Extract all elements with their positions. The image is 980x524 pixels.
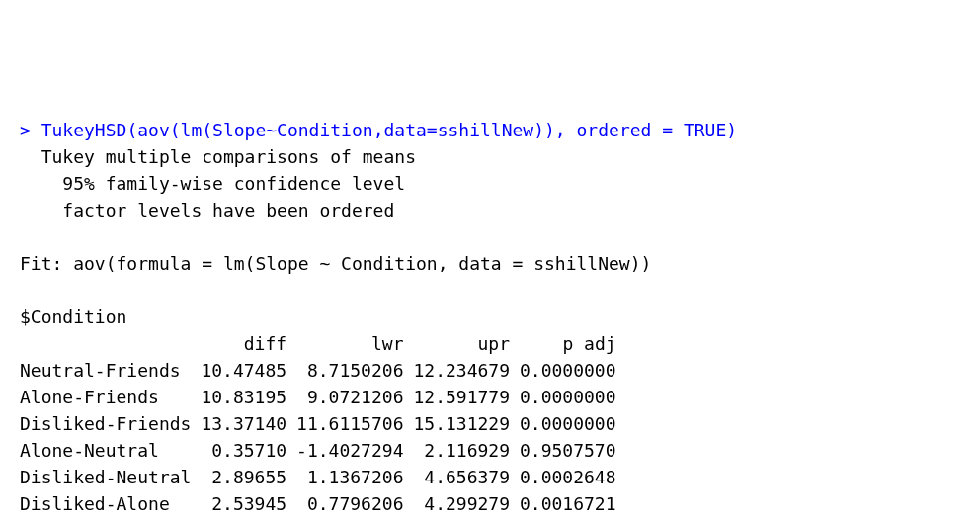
cell-lwr: 1.1367206	[296, 464, 413, 490]
col-header-diff: diff	[201, 330, 296, 357]
table-row: Neutral-Friends 10.47485 8.7150206 12.23…	[20, 357, 626, 384]
cell-upr: 2.116929	[413, 437, 520, 464]
table-header-row: diff lwr upr p adj	[20, 330, 626, 357]
row-label: Neutral-Friends	[20, 357, 201, 384]
table-row: Alone-Friends 10.83195 9.0721206 12.5917…	[20, 384, 626, 410]
cell-padj: 0.0000000	[520, 410, 626, 437]
col-header-blank	[20, 330, 201, 357]
table-row: Disliked-Friends 13.37140 11.6115706 15.…	[20, 410, 626, 437]
cell-diff: 0.35710	[201, 437, 296, 464]
cell-lwr: 0.7796206	[296, 490, 413, 517]
table-row: Disliked-Alone 2.53945 0.7796206 4.29927…	[20, 490, 626, 517]
cell-upr: 15.131229	[413, 410, 520, 437]
r-command: TukeyHSD(aov(lm(Slope~Condition,data=ssh…	[41, 120, 737, 140]
row-label: Disliked-Neutral	[20, 464, 201, 490]
cell-diff: 13.37140	[201, 410, 296, 437]
col-header-upr: upr	[413, 330, 520, 357]
console-line: > TukeyHSD(aov(lm(Slope~Condition,data=s…	[20, 120, 737, 140]
cell-diff: 2.53945	[201, 490, 296, 517]
row-label: Alone-Neutral	[20, 437, 201, 464]
row-label: Disliked-Alone	[20, 490, 201, 517]
row-label: Disliked-Friends	[20, 410, 201, 437]
row-label: Alone-Friends	[20, 384, 201, 410]
cell-lwr: 8.7150206	[296, 357, 413, 384]
cell-padj: 0.0000000	[520, 384, 626, 410]
output-line: Tukey multiple comparisons of means	[20, 146, 416, 167]
cell-lwr: 9.0721206	[296, 384, 413, 410]
col-header-padj: p adj	[520, 330, 626, 357]
table-row: Alone-Neutral 0.35710 -1.4027294 2.11692…	[20, 437, 626, 464]
cell-upr: 4.299279	[413, 490, 520, 517]
tukey-table: diff lwr upr p adj Neutral-Friends 10.47…	[20, 330, 626, 517]
cell-padj: 0.9507570	[520, 437, 626, 464]
cell-lwr: -1.4027294	[296, 437, 413, 464]
prompt-symbol: >	[20, 120, 31, 140]
cell-upr: 12.234679	[413, 357, 520, 384]
output-line: 95% family-wise confidence level	[20, 173, 405, 194]
cell-upr: 12.591779	[413, 384, 520, 410]
table-row: Disliked-Neutral 2.89655 1.1367206 4.656…	[20, 464, 626, 490]
cell-diff: 10.47485	[201, 357, 296, 384]
fit-line: Fit: aov(formula = lm(Slope ~ Condition,…	[20, 253, 651, 274]
output-line: factor levels have been ordered	[20, 200, 394, 220]
factor-label: $Condition	[20, 306, 126, 327]
cell-lwr: 11.6115706	[296, 410, 413, 437]
cell-upr: 4.656379	[413, 464, 520, 490]
cell-diff: 2.89655	[201, 464, 296, 490]
cell-padj: 0.0016721	[520, 490, 626, 517]
cell-padj: 0.0002648	[520, 464, 626, 490]
cell-padj: 0.0000000	[520, 357, 626, 384]
cell-diff: 10.83195	[201, 384, 296, 410]
col-header-lwr: lwr	[296, 330, 413, 357]
